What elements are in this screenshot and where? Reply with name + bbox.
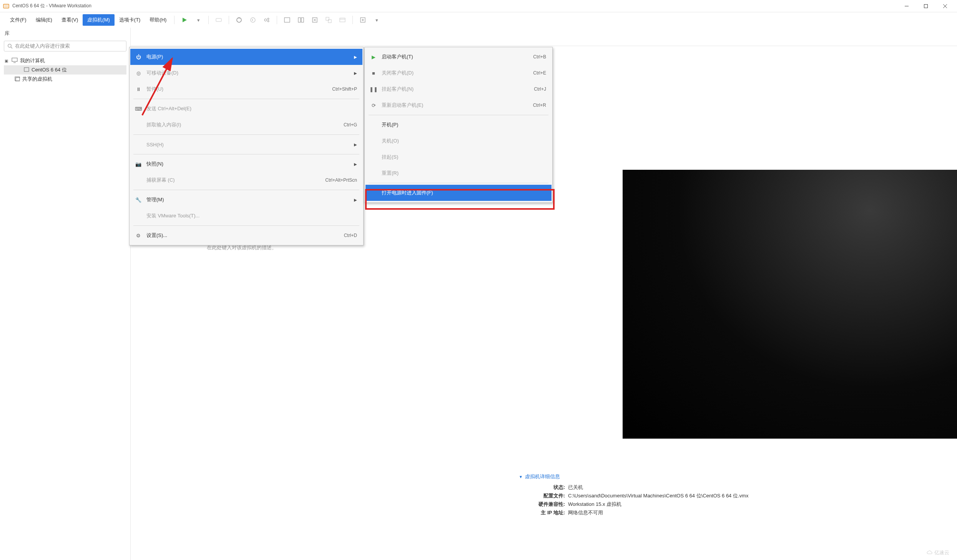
power-submenu: ▶启动客户机(T)Ctrl+B ■关闭客户机(D)Ctrl+E ❚❚挂起客户机(… (364, 47, 553, 203)
menu-item-settings[interactable]: ⚙设置(S)...Ctrl+D (130, 227, 362, 244)
svg-point-21 (8, 44, 11, 47)
menu-item-send-cad[interactable]: ⌨发送 Ctrl+Alt+Del(E) (130, 101, 362, 117)
submenu-arrow-icon: ▶ (352, 71, 357, 75)
svg-rect-25 (24, 68, 29, 71)
vm-details: ▼虚拟机详细信息 状态:已关机 配置文件:C:\Users\sand\Docum… (519, 473, 748, 517)
search-placeholder: 在此处键入内容进行搜索 (15, 43, 70, 50)
menu-tabs[interactable]: 选项卡(T) (115, 14, 145, 26)
menu-item-power-off[interactable]: 关机(O) (366, 133, 552, 149)
separator (229, 16, 229, 24)
library-sidebar: 库 在此处键入内容进行搜索 ▣ 我的计算机 CentOS 6 64 位 共享的虚… (0, 28, 131, 560)
view-console-icon[interactable] (282, 15, 292, 25)
menu-item-reset[interactable]: 重置(R) (366, 165, 552, 181)
svg-point-10 (264, 19, 267, 21)
menu-item-snapshot[interactable]: 📷快照(N)▶ (130, 156, 362, 172)
restart-icon: ⟳ (369, 103, 378, 108)
menu-item-power[interactable]: ⏻电源(P)▶ (130, 49, 362, 65)
svg-rect-14 (298, 18, 301, 22)
separator (174, 16, 174, 24)
menu-item-suspend[interactable]: 挂起(S) (366, 149, 552, 165)
device-icon: ◎ (134, 70, 143, 76)
tree-root[interactable]: ▣ 我的计算机 (4, 56, 126, 65)
menu-view[interactable]: 查看(V) (57, 14, 83, 26)
menu-item-removable[interactable]: ◎可移动设备(D)▶ (130, 65, 362, 81)
svg-rect-23 (12, 58, 17, 61)
pause-icon: ⏸ (134, 86, 143, 92)
svg-point-11 (267, 18, 269, 20)
keyboard-icon: ⌨ (134, 106, 143, 112)
stop-icon: ■ (369, 70, 378, 76)
svg-marker-6 (183, 18, 187, 22)
submenu-arrow-icon: ▶ (352, 198, 357, 202)
menu-item-manage[interactable]: 🔧管理(M)▶ (130, 192, 362, 208)
menu-item-power-on-firmware[interactable]: 打开电源时进入固件(F) (366, 185, 552, 201)
dropdown-icon[interactable]: ▾ (372, 15, 381, 25)
library-header: 库 (0, 28, 130, 39)
chevron-down-icon[interactable]: ▼ (519, 475, 523, 479)
search-input[interactable]: 在此处键入内容进行搜索 (4, 41, 126, 51)
menu-item-capture-screen[interactable]: 捕获屏幕 (C)Ctrl+Alt+PrtScn (130, 172, 362, 188)
submenu-arrow-icon: ▶ (352, 55, 357, 59)
close-button[interactable] (936, 0, 954, 12)
submenu-arrow-icon: ▶ (352, 162, 357, 166)
menu-item-suspend-guest[interactable]: ❚❚挂起客户机(N)Ctrl+J (366, 81, 552, 97)
separator (369, 115, 548, 115)
svg-rect-18 (328, 20, 331, 23)
tree-vm-item[interactable]: CentOS 6 64 位 (4, 65, 126, 75)
search-icon (7, 43, 13, 49)
menu-item-shutdown-guest[interactable]: ■关闭客户机(D)Ctrl+E (366, 65, 552, 81)
settings-icon: ⚙ (134, 233, 143, 239)
menu-item-ssh[interactable]: SSH(H)▶ (130, 136, 362, 152)
collapse-icon[interactable]: ▣ (5, 59, 9, 63)
snapshot-manager-icon[interactable] (262, 15, 271, 25)
menu-item-install-tools[interactable]: 安装 VMware Tools(T)... (130, 208, 362, 224)
power-icon: ⏻ (134, 54, 143, 60)
library-tree: ▣ 我的计算机 CentOS 6 64 位 共享的虚拟机 (0, 55, 130, 85)
tree-root-label: 我的计算机 (20, 57, 45, 64)
snapshot-revert-icon[interactable] (248, 15, 258, 25)
svg-rect-15 (301, 18, 304, 22)
svg-rect-1 (4, 5, 8, 7)
maximize-button[interactable] (917, 0, 935, 12)
play-icon: ▶ (369, 54, 378, 60)
menu-item-restart-guest[interactable]: ⟳重新启动客户机(E)Ctrl+R (366, 97, 552, 113)
view-thumbnail-icon[interactable] (296, 15, 306, 25)
watermark: 亿速云 (927, 549, 949, 556)
dropdown-icon[interactable]: ▾ (194, 15, 203, 25)
computer-icon (12, 58, 18, 64)
menu-help[interactable]: 帮助(H) (145, 14, 171, 26)
window-title: CentOS 6 64 位 - VMware Workstation (12, 3, 898, 9)
menu-file[interactable]: 文件(F) (5, 14, 31, 26)
vm-dropdown-menu: ⏻电源(P)▶ ◎可移动设备(D)▶ ⏸暂停(U)Ctrl+Shift+P ⌨发… (129, 47, 364, 245)
minimize-button[interactable] (898, 0, 915, 12)
expand-icon[interactable] (358, 15, 367, 25)
power-on-icon[interactable] (180, 15, 189, 25)
menu-bar: 文件(F) 编辑(E) 查看(V) 虚拟机(M) 选项卡(T) 帮助(H) ▾ … (0, 12, 957, 28)
send-cad-icon[interactable] (214, 15, 223, 25)
submenu-arrow-icon: ▶ (352, 142, 357, 147)
snapshot-icon: 📷 (134, 161, 143, 167)
wrench-icon: 🔧 (134, 197, 143, 203)
fullscreen-icon[interactable] (338, 15, 347, 25)
menu-item-pause[interactable]: ⏸暂停(U)Ctrl+Shift+P (130, 81, 362, 97)
svg-rect-17 (326, 17, 329, 20)
menu-vm[interactable]: 虚拟机(M) (83, 14, 115, 26)
separator (277, 16, 277, 24)
tab-strip (131, 28, 957, 46)
tree-vm-label: CentOS 6 64 位 (32, 66, 67, 73)
menu-item-grab-input[interactable]: 抓取输入内容(I)Ctrl+G (130, 117, 362, 133)
pause-icon: ❚❚ (369, 86, 378, 92)
view-unity-icon[interactable] (324, 15, 333, 25)
menu-edit[interactable]: 编辑(E) (31, 14, 57, 26)
menu-item-start-guest[interactable]: ▶启动客户机(T)Ctrl+B (366, 49, 552, 65)
snapshot-take-icon[interactable] (234, 15, 244, 25)
tree-shared[interactable]: 共享的虚拟机 (4, 75, 126, 84)
svg-rect-13 (284, 18, 290, 22)
view-stretch-icon[interactable] (310, 15, 319, 25)
svg-rect-7 (216, 18, 221, 22)
menu-item-power-on[interactable]: 开机(P) (366, 117, 552, 133)
svg-line-22 (11, 47, 12, 48)
svg-rect-19 (340, 18, 345, 22)
separator (133, 190, 359, 190)
separator (208, 16, 209, 24)
